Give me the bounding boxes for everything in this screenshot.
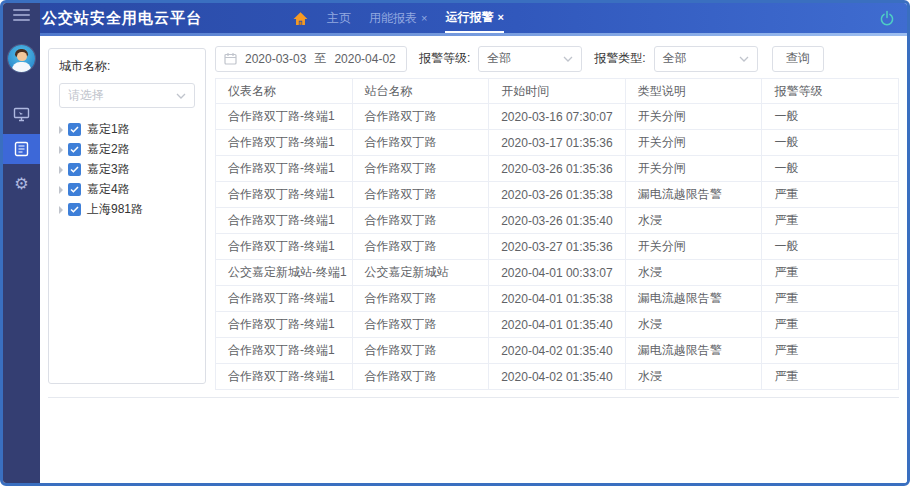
cell-station: 合作路双丁路 [352, 338, 489, 364]
cell-type: 水浸 [625, 208, 762, 234]
cell-meter: 合作路双丁路-终端1 [216, 286, 353, 312]
cell-start-time: 2020-03-16 07:30:07 [489, 104, 626, 130]
tree-item-label[interactable]: 嘉定2路 [87, 141, 130, 158]
tree-item: 上海981路 [59, 200, 195, 219]
checkbox-checked-icon[interactable] [68, 203, 81, 216]
cell-level: 严重 [762, 260, 899, 286]
tree-item-label[interactable]: 嘉定3路 [87, 161, 130, 178]
caret-right-icon[interactable] [59, 146, 63, 154]
start-date-input[interactable]: 2020-03-03 [245, 52, 306, 66]
home-icon[interactable] [292, 10, 309, 27]
tab-bar: 主页 用能报表 × 运行报警 × [292, 3, 504, 33]
avatar-shirt [12, 62, 31, 72]
cell-level: 一般 [762, 130, 899, 156]
city-select[interactable]: 请选择 [59, 83, 195, 108]
table-row: 合作路双丁路-终端1 合作路双丁路 2020-04-02 01:35:40 水浸… [216, 364, 899, 390]
monitor-icon [13, 107, 30, 122]
col-header-type: 类型说明 [625, 79, 762, 104]
user-avatar[interactable] [8, 45, 35, 72]
col-header-level: 报警等级 [762, 79, 899, 104]
date-separator: 至 [314, 50, 326, 67]
route-tree: 嘉定1路 嘉定2路 嘉定3路 嘉定4路 [59, 120, 195, 219]
tab-energy-report[interactable]: 用能报表 × [369, 3, 427, 33]
checkbox-checked-icon[interactable] [68, 143, 81, 156]
sidebar-item-settings[interactable]: ⚙ [3, 169, 40, 199]
cell-level: 严重 [762, 338, 899, 364]
cell-level: 严重 [762, 364, 899, 390]
tab-running-alarms-label: 运行报警 [445, 2, 493, 32]
app-window: ⚙ 公交站安全用电云平台 主页 用能报表 × 运行报警 × [0, 0, 910, 486]
col-header-meter: 仪表名称 [216, 79, 353, 104]
cell-meter: 合作路双丁路-终端1 [216, 338, 353, 364]
alarm-level-label: 报警等级: [419, 50, 470, 67]
cell-meter: 合作路双丁路-终端1 [216, 130, 353, 156]
chevron-down-icon [176, 93, 186, 99]
cell-level: 严重 [762, 182, 899, 208]
close-icon[interactable]: × [497, 2, 503, 32]
cell-level: 严重 [762, 208, 899, 234]
power-icon[interactable] [879, 10, 895, 26]
page-title: 公交站安全用电云平台 [42, 9, 202, 28]
query-button[interactable]: 查询 [772, 46, 824, 72]
cell-station: 合作路双丁路 [352, 234, 489, 260]
alarm-type-select[interactable]: 全部 [654, 46, 758, 72]
table-row: 合作路双丁路-终端1 合作路双丁路 2020-04-01 01:35:40 水浸… [216, 312, 899, 338]
cell-station: 合作路双丁路 [352, 156, 489, 182]
col-header-station: 站台名称 [352, 79, 489, 104]
cell-meter: 合作路双丁路-终端1 [216, 234, 353, 260]
cell-start-time: 2020-03-26 01:35:40 [489, 208, 626, 234]
caret-right-icon[interactable] [59, 186, 63, 194]
cell-meter: 合作路双丁路-终端1 [216, 156, 353, 182]
cell-station: 合作路双丁路 [352, 286, 489, 312]
tree-item-label[interactable]: 嘉定1路 [87, 121, 130, 138]
hamburger-menu-icon[interactable] [13, 9, 30, 21]
cell-start-time: 2020-03-17 01:35:36 [489, 130, 626, 156]
cell-level: 严重 [762, 312, 899, 338]
tree-item-label[interactable]: 嘉定4路 [87, 181, 130, 198]
cell-station: 合作路双丁路 [352, 130, 489, 156]
main-column: 公交站安全用电云平台 主页 用能报表 × 运行报警 × [40, 3, 907, 483]
cell-type: 水浸 [625, 312, 762, 338]
tree-item-label[interactable]: 上海981路 [87, 201, 143, 218]
cell-start-time: 2020-04-02 01:35:40 [489, 364, 626, 390]
checkbox-checked-icon[interactable] [68, 123, 81, 136]
tree-item: 嘉定3路 [59, 160, 195, 179]
tab-home[interactable]: 主页 [327, 3, 351, 33]
calendar-icon [224, 52, 237, 65]
content-divider [48, 397, 899, 398]
cell-type: 水浸 [625, 260, 762, 286]
cell-station: 公交嘉定新城站 [352, 260, 489, 286]
cell-meter: 合作路双丁路-终端1 [216, 104, 353, 130]
caret-right-icon[interactable] [59, 166, 63, 174]
caret-right-icon[interactable] [59, 206, 63, 214]
cell-start-time: 2020-04-01 01:35:38 [489, 286, 626, 312]
cell-start-time: 2020-04-01 01:35:40 [489, 312, 626, 338]
cell-start-time: 2020-03-26 01:35:36 [489, 156, 626, 182]
cell-type: 漏电流越限告警 [625, 286, 762, 312]
report-icon [14, 141, 29, 157]
cell-type: 漏电流越限告警 [625, 182, 762, 208]
cell-type: 水浸 [625, 364, 762, 390]
city-select-placeholder: 请选择 [68, 87, 104, 104]
close-icon[interactable]: × [421, 3, 427, 33]
date-range-picker[interactable]: 2020-03-03 至 2020-04-02 [215, 46, 407, 72]
table-row: 合作路双丁路-终端1 合作路双丁路 2020-03-26 01:35:36 开关… [216, 156, 899, 182]
table-row: 合作路双丁路-终端1 合作路双丁路 2020-03-26 01:35:38 漏电… [216, 182, 899, 208]
table-row: 合作路双丁路-终端1 合作路双丁路 2020-04-02 01:35:40 漏电… [216, 338, 899, 364]
alarm-level-select[interactable]: 全部 [478, 46, 582, 72]
checkbox-checked-icon[interactable] [68, 163, 81, 176]
tab-running-alarms[interactable]: 运行报警 × [445, 3, 503, 33]
sidebar-item-reports[interactable] [3, 134, 40, 164]
cell-level: 一般 [762, 104, 899, 130]
col-header-start-time: 开始时间 [489, 79, 626, 104]
tab-energy-report-label: 用能报表 [369, 3, 417, 33]
checkbox-checked-icon[interactable] [68, 183, 81, 196]
cell-type: 开关分闸 [625, 104, 762, 130]
caret-right-icon[interactable] [59, 126, 63, 134]
avatar-face [17, 52, 27, 61]
tree-item: 嘉定1路 [59, 120, 195, 139]
topbar: 公交站安全用电云平台 主页 用能报表 × 运行报警 × [40, 3, 907, 33]
end-date-input[interactable]: 2020-04-02 [334, 52, 395, 66]
cell-station: 合作路双丁路 [352, 364, 489, 390]
sidebar-item-monitor[interactable] [3, 99, 40, 129]
